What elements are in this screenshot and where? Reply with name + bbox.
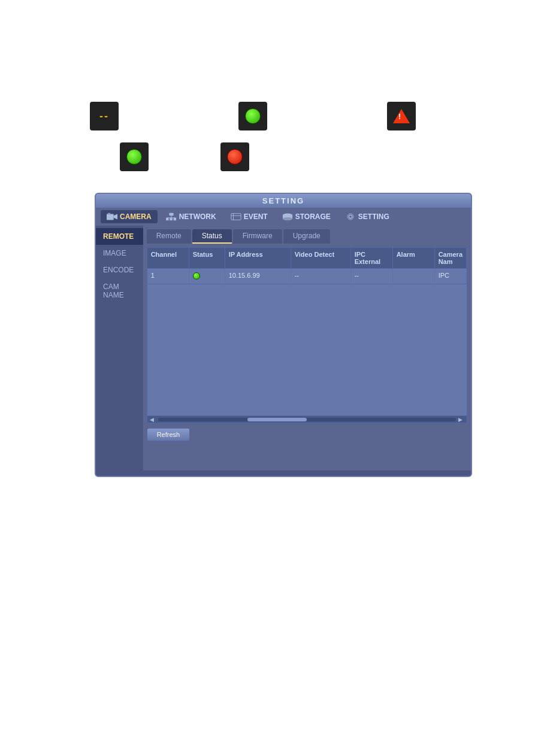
cell-video-detect-1: -- bbox=[291, 269, 351, 284]
nav-storage[interactable]: STORAGE bbox=[276, 210, 337, 223]
table-row: 1 10.15.6.99 -- -- IPC bbox=[147, 269, 467, 284]
camera-icon bbox=[107, 212, 117, 221]
svg-rect-4 bbox=[166, 218, 169, 221]
nav-camera[interactable]: CAMERA bbox=[101, 210, 158, 223]
col-alarm: Alarm bbox=[393, 248, 435, 268]
red-dot-icon bbox=[227, 149, 243, 165]
setting-icon bbox=[345, 212, 356, 221]
indicators-area: -- bbox=[90, 102, 449, 171]
col-camera-name: Camera Nam bbox=[435, 248, 467, 268]
green-indicator-2 bbox=[120, 142, 149, 171]
alert-indicator bbox=[387, 102, 416, 130]
status-table: Channel Status IP Address Video Detect I… bbox=[147, 247, 467, 423]
sub-tab-status[interactable]: Status bbox=[192, 229, 232, 244]
sidebar-item-remote[interactable]: REMOTE bbox=[96, 228, 143, 245]
cell-channel-1: 1 bbox=[147, 269, 189, 284]
sub-tab-remote[interactable]: Remote bbox=[147, 229, 191, 244]
dash-icon: -- bbox=[99, 110, 109, 123]
green-indicator-1 bbox=[238, 102, 267, 130]
storage-icon bbox=[282, 212, 293, 221]
sub-tab-upgrade[interactable]: Upgrade bbox=[283, 229, 330, 244]
sidebar-item-encode[interactable]: ENCODE bbox=[96, 262, 143, 278]
scroll-left-arrow[interactable]: ◀ bbox=[150, 417, 156, 423]
col-ipc: IPC External bbox=[351, 248, 393, 268]
green-dot-icon-1 bbox=[245, 108, 261, 124]
cell-alarm-1 bbox=[393, 269, 435, 284]
sub-tab-firmware[interactable]: Firmware bbox=[233, 229, 282, 244]
col-status: Status bbox=[189, 248, 225, 268]
cell-ipc-1: -- bbox=[351, 269, 393, 284]
sidebar: REMOTE IMAGE ENCODE CAM NAME bbox=[96, 226, 143, 470]
indicator-row-1: -- bbox=[90, 102, 449, 130]
svg-point-16 bbox=[347, 214, 353, 220]
sidebar-item-cam-name[interactable]: CAM NAME bbox=[96, 278, 143, 303]
indicator-row-2 bbox=[90, 142, 449, 171]
sidebar-item-image[interactable]: IMAGE bbox=[96, 245, 143, 262]
svg-point-15 bbox=[349, 215, 352, 218]
cell-camera-name-1: IPC bbox=[435, 269, 467, 284]
nav-event[interactable]: EVENT bbox=[225, 210, 274, 223]
cell-ip-1: 10.15.6.99 bbox=[225, 269, 291, 284]
col-channel: Channel bbox=[147, 248, 189, 268]
content-area: REMOTE IMAGE ENCODE CAM NAME Remote Stat… bbox=[96, 226, 471, 470]
top-navigation: CAMERA NETWORK EVENT bbox=[96, 208, 471, 226]
scroll-right-arrow[interactable]: ▶ bbox=[458, 417, 464, 423]
nav-camera-label: CAMERA bbox=[120, 212, 152, 221]
svg-rect-5 bbox=[170, 218, 173, 221]
svg-rect-3 bbox=[169, 213, 173, 216]
scroll-thumb[interactable] bbox=[247, 418, 307, 421]
alert-triangle-icon bbox=[393, 109, 410, 123]
nav-network-label: NETWORK bbox=[179, 212, 216, 221]
svg-rect-6 bbox=[173, 218, 176, 221]
nav-setting[interactable]: SETTING bbox=[339, 210, 395, 223]
svg-rect-9 bbox=[231, 214, 241, 220]
col-ip: IP Address bbox=[225, 248, 291, 268]
status-green-dot bbox=[193, 272, 200, 280]
svg-rect-0 bbox=[107, 214, 114, 220]
red-indicator bbox=[220, 142, 249, 171]
table-header: Channel Status IP Address Video Detect I… bbox=[147, 248, 467, 269]
setting-title: SETTING bbox=[262, 196, 304, 205]
refresh-button[interactable]: Refresh bbox=[147, 428, 191, 441]
svg-rect-2 bbox=[108, 213, 111, 215]
main-content: Remote Status Firmware Upgrade Channel S… bbox=[143, 226, 471, 470]
setting-panel: SETTING CAMERA NETWORK bbox=[95, 193, 472, 477]
horizontal-scrollbar[interactable]: ◀ ▶ bbox=[147, 415, 467, 423]
col-video-detect: Video Detect bbox=[291, 248, 351, 268]
dash-indicator: -- bbox=[90, 102, 119, 130]
cell-status-1 bbox=[189, 269, 225, 284]
nav-setting-label: SETTING bbox=[358, 212, 389, 221]
nav-storage-label: STORAGE bbox=[295, 212, 331, 221]
svg-marker-1 bbox=[114, 214, 117, 220]
network-icon bbox=[166, 212, 177, 221]
setting-title-bar: SETTING bbox=[96, 194, 471, 208]
nav-network[interactable]: NETWORK bbox=[160, 210, 222, 223]
nav-event-label: EVENT bbox=[244, 212, 268, 221]
table-body: 1 10.15.6.99 -- -- IPC bbox=[147, 269, 467, 415]
svg-point-14 bbox=[283, 217, 292, 220]
green-dot-icon-2 bbox=[126, 149, 142, 165]
sub-tabs: Remote Status Firmware Upgrade bbox=[147, 229, 467, 244]
scroll-track[interactable] bbox=[158, 418, 456, 421]
event-icon bbox=[231, 212, 241, 221]
